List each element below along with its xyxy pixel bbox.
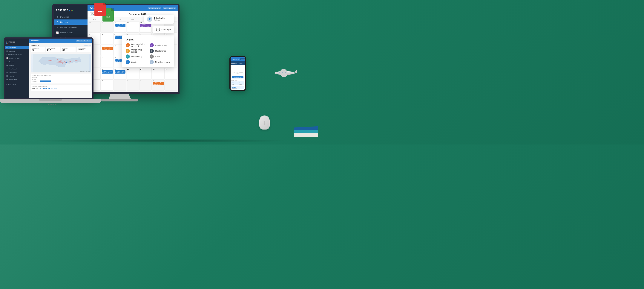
laptop-top-bar: Dashboard Alrik Vernblay, Portside GA [29, 39, 92, 43]
laptop-flight-log-label: Flight Log [9, 75, 15, 77]
phone-header: PORTSIDE N849WC [230, 57, 245, 61]
new-flight-popup[interactable]: + New flight [153, 26, 174, 33]
laptop-monthly-icon: ≡ [6, 54, 7, 56]
laptop-sidebar-reports[interactable]: ☷ Reports [5, 60, 29, 64]
laptop-sidebar-monthly[interactable]: ≡ Monthly Statements [5, 53, 29, 57]
phone-aircraft-tab[interactable]: N849WC [240, 58, 245, 60]
sidebar-item-calendar[interactable]: ☰ Calendar [54, 20, 88, 25]
laptop-metrics-icon: 📈 [6, 58, 8, 59]
miles-flown-value: 102,408 [78, 49, 90, 51]
laptop-metrics-label: Metrics & Stats [9, 58, 20, 59]
phone-miles-value: 31,227 [232, 86, 244, 88]
chart-bar-apr [40, 79, 40, 80]
laptop-page-title: Dashboard [31, 40, 40, 42]
legend-owner-principal-icon: ✈ [126, 43, 130, 47]
flight-stats-title: Flight Stats [31, 45, 39, 46]
statement-amount: $119,054.71 [40, 87, 50, 90]
laptop-sidebar-metrics[interactable]: 📈 Metrics & Stats [5, 57, 29, 60]
calendar-icon: ☰ [56, 21, 59, 24]
laptop-sidebar-dashboard[interactable]: ⊞ Dashboard [5, 46, 29, 49]
phone-empty-message: There are no upcoming flights. [232, 72, 244, 74]
phone-content: ✈ There are no upcoming flights. Schedul… [230, 65, 245, 90]
sidebar-item-dashboard[interactable]: ⊞ Dashboard [54, 14, 88, 20]
map-attribution: Map data ©2019 Google [80, 71, 90, 72]
legend-item-owner-principal: ✈ Owner - principal on board [126, 43, 146, 47]
cal-cell-4-jan: 4 ✈ KSBA → KSJC09:45 AM - 10:26 AM [152, 79, 164, 91]
laptop-app-layout: PORTSIDE ⊞ Dashboard ☰ Calendar ≡ [5, 39, 92, 98]
pdf-label: PDF [98, 10, 102, 13]
laptop-sidebar: PORTSIDE ⊞ Dashboard ☰ Calendar ≡ [5, 39, 29, 98]
legend-title: Legend [126, 38, 170, 41]
flight-event-ksjc-ksba[interactable]: ✈ KSJC → KSBA09:46 AM - 10:26 AM [115, 70, 126, 74]
monthly-statement-card: Latest Monthly Statement MAR 2019 $119,0… [31, 85, 91, 91]
sidebar-item-metrics[interactable]: 📈 Metrics & Stats [54, 30, 88, 35]
chart-label-apr: Apr 2019 [32, 79, 39, 80]
flight-hours-value: 212 [47, 49, 59, 52]
flight-event-ksjc-kskf[interactable]: ✈ KSJC → KSKF10:58 AM - 12:51 PM [115, 24, 126, 27]
laptop-sidebar-flight-log[interactable]: ☷ Flight Log [5, 74, 29, 78]
laptop-budgets-icon: ▦ [6, 65, 8, 66]
sidebar-item-monthly-statements[interactable]: ≡ Monthly Statements [54, 25, 88, 30]
airports-value: 36 [62, 49, 74, 52]
flight-event-kskf-ksjc[interactable]: ✈ KSKF → KSJC10:28 AM - 12:51 PM [140, 24, 151, 27]
legend-maintenance-label: Maintenance [155, 50, 166, 52]
phone-nav-label: N849WC [239, 63, 242, 64]
see-more-link[interactable]: SEE MORE [51, 88, 57, 89]
phone-hours-label: Hours [232, 84, 237, 85]
flight-event-ksba-ksjc[interactable]: ✈ KSBA → KSJC09:45 AM - 10:26 AM [153, 82, 164, 85]
map-background: Map data ©2019 Google [31, 54, 91, 72]
cal-cell-26: 26 [126, 68, 139, 79]
imac-stand [108, 94, 131, 99]
statements-icon: ≡ [56, 26, 59, 29]
legend-item-charter: ✈ Charter [126, 60, 146, 64]
brand-name: PORTSIDE [56, 9, 68, 11]
flight-stats-header: Flight Stats Last 365 days [31, 45, 91, 46]
laptop-maintenance-label: Maintenance [9, 72, 18, 73]
laptop-sidebar-transactions[interactable]: ▤ Transactions [5, 78, 29, 81]
statement-title: Latest Monthly Statement [32, 86, 90, 87]
laptop-brand-name: PORTSIDE [6, 41, 28, 43]
sidebar-item-monthly-label: Monthly Statements [60, 26, 77, 29]
event-types-badge: Event Types: All [163, 7, 176, 9]
legend-grid: ✈ Owner - principal on board ✈ Charter e… [126, 43, 170, 64]
stat-card-flight-legs: FLIGHT LEGS 87 [31, 47, 45, 52]
laptop-content: Flight Stats Last 365 days FLIGHT LEGS 8… [29, 43, 92, 93]
new-flight-label: New flight [161, 28, 171, 31]
day-wed: Wed [126, 18, 139, 21]
logo-dots [69, 10, 73, 11]
laptop-sidebar-calendar[interactable]: ☰ Calendar [5, 49, 29, 53]
phone-body: PORTSIDE N849WC Dashboard N849WC ✈ There… [230, 56, 246, 91]
laptop-aircraft-label: Your Aircraft [9, 68, 17, 70]
laptop-sidebar-aircraft[interactable]: ✈ Your Aircraft [5, 67, 29, 71]
cal-cell-5-jan: 5 [165, 79, 177, 91]
phone-miles-label: Miles flown [232, 88, 244, 89]
laptop-sidebar-help[interactable]: ? Help Center [5, 83, 29, 87]
legend-new-request-icon: ✈ [150, 60, 154, 64]
phone-logo-dots [238, 59, 240, 60]
phone-schedule-label: Schedule a Flight [234, 77, 242, 78]
legend-crew-label: Crew [155, 56, 160, 58]
laptop-sidebar-maintenance[interactable]: ⚙ Maintenance [5, 71, 29, 74]
svg-point-7 [66, 62, 67, 63]
laptop-transactions-label: Transactions [9, 79, 18, 81]
pdf-file-icon[interactable]: ↓ PDF [94, 3, 108, 18]
laptop-sidebar-budgets[interactable]: ▦ Budgets [5, 64, 29, 67]
legend-owner-empty-icon: ✈ [126, 55, 130, 59]
laptop-transactions-icon: ▤ [6, 79, 8, 81]
cal-cell-29: 29 [165, 68, 177, 79]
laptop-logo-dots [6, 43, 28, 44]
phone-schedule-button[interactable]: Schedule a Flight [232, 76, 244, 78]
stats-cards-row: FLIGHT LEGS 87 FLIGHT HOURS 212 AIRPORTS… [31, 47, 91, 52]
sidebar-logo: PORTSIDE [54, 8, 88, 14]
plane-model [272, 67, 298, 79]
laptop-display: PORTSIDE ⊞ Dashboard ☰ Calendar ≡ [0, 38, 105, 112]
dashboard-icon: ⊞ [56, 16, 59, 18]
cal-cell-25-nov: 25 [88, 21, 100, 33]
cal-cell-27-dec: 27 ✈ KSJC → KSKF10:58 AM - 12:51 PM [114, 21, 126, 33]
phone-stat-miles: 31,227 Miles flown [231, 86, 244, 90]
chart-row-mar: Mar 2019 [32, 81, 90, 82]
laptop-logo: PORTSIDE [5, 40, 29, 46]
laptop-screen: PORTSIDE ⊞ Dashboard ☰ Calendar ≡ [4, 38, 94, 99]
chart-row-apr: Apr 2019 [32, 79, 90, 80]
chart-bar-may [40, 77, 40, 78]
